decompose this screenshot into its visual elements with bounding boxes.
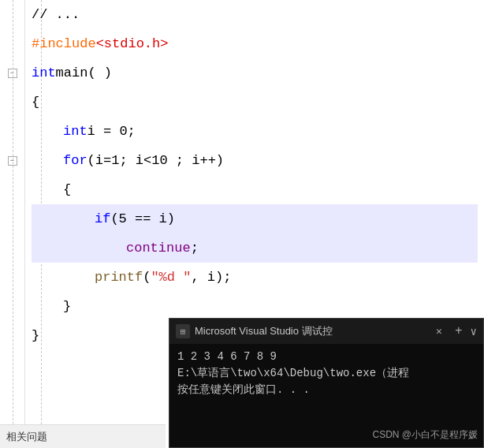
terminal-plus-button[interactable]: +	[455, 324, 463, 338]
terminal-app-icon: ⊞	[176, 324, 190, 338]
code-line-6: for (i=1; i<10 ; i++)	[32, 146, 478, 175]
token-brace-open-main: {	[32, 88, 39, 117]
gutter-line-11	[0, 292, 24, 321]
token-printf-str: "%d "	[151, 263, 191, 292]
gutter: − −	[0, 0, 25, 448]
terminal-line-2: E:\草语言\two\x64\Debug\two.exe（进程	[177, 365, 475, 382]
gutter-line-1	[0, 0, 24, 29]
gutter-line-7	[0, 175, 24, 204]
code-line-10: printf ( "%d " , i);	[32, 263, 478, 292]
related-label: 相关问题	[6, 430, 47, 444]
token-main-name: main	[56, 58, 88, 88]
token-printf-args: , i);	[191, 263, 231, 292]
code-line-4: {	[32, 88, 478, 117]
token-include: #include	[32, 29, 96, 58]
terminal-line-1: 1 2 3 4 6 7 8 9	[177, 349, 475, 365]
gutter-line-5	[0, 117, 24, 146]
token-continue: continue	[126, 233, 191, 263]
terminal-line-3: 按任意键关闭此窗口. . .	[177, 382, 475, 398]
gutter-line-9	[0, 233, 24, 263]
token-printf: printf	[95, 263, 143, 292]
code-line-2: #include <stdio.h>	[32, 29, 478, 58]
gutter-line-2	[0, 29, 24, 58]
watermark-text: CSDN @小白不是程序媛	[372, 429, 478, 440]
code-editor: − − // ... #include <stdio.h> int main	[0, 0, 484, 448]
watermark: CSDN @小白不是程序媛	[372, 428, 478, 442]
code-content: // ... #include <stdio.h> int main ( ) {…	[25, 0, 484, 350]
code-line-11: }	[32, 292, 478, 321]
code-line-8: if (5 == i)	[32, 204, 478, 233]
token-if-cond: (5 == i)	[110, 204, 175, 233]
token-int-i: int	[63, 117, 87, 146]
terminal-chevron-button[interactable]: ∨	[471, 325, 477, 338]
gutter-line-4	[0, 88, 24, 117]
code-line-3: int main ( )	[32, 58, 478, 88]
code-line-9: continue ;	[32, 233, 478, 263]
token-for-params: (i=1; i<10 ; i++)	[87, 146, 224, 175]
code-line-5: int i = 0;	[32, 117, 478, 146]
token-stdio: <stdio.h>	[96, 29, 169, 58]
terminal-close-button[interactable]: ✕	[433, 325, 445, 338]
token-main-params: ( )	[87, 58, 112, 88]
fold-box-for[interactable]: −	[8, 156, 17, 166]
code-line-7: {	[32, 175, 478, 204]
token-int-main: int	[32, 58, 56, 88]
gutter-line-10	[0, 263, 24, 292]
token-for: for	[63, 146, 87, 175]
terminal-title: Microsoft Visual Studio 调试控	[195, 324, 428, 338]
related-panel: 相关问题	[0, 424, 166, 448]
token-continue-semi: ;	[191, 233, 199, 263]
token-brace-close-for: }	[63, 292, 71, 321]
token-comment: // ...	[32, 0, 80, 29]
gutter-line-12	[0, 321, 24, 350]
gutter-line-6[interactable]: −	[0, 146, 24, 175]
gutter-line-3[interactable]: −	[0, 58, 24, 88]
token-i-init: i = 0;	[87, 117, 136, 146]
fold-box-main[interactable]: −	[8, 69, 17, 78]
code-line-1: // ...	[32, 0, 478, 29]
token-brace-open-for: {	[63, 175, 71, 204]
terminal-titlebar: ⊞ Microsoft Visual Studio 调试控 ✕ + ∨	[169, 319, 483, 344]
token-if: if	[95, 204, 110, 233]
token-printf-paren-open: (	[143, 263, 151, 292]
token-brace-close-main: }	[32, 321, 39, 350]
gutter-line-8	[0, 204, 24, 233]
